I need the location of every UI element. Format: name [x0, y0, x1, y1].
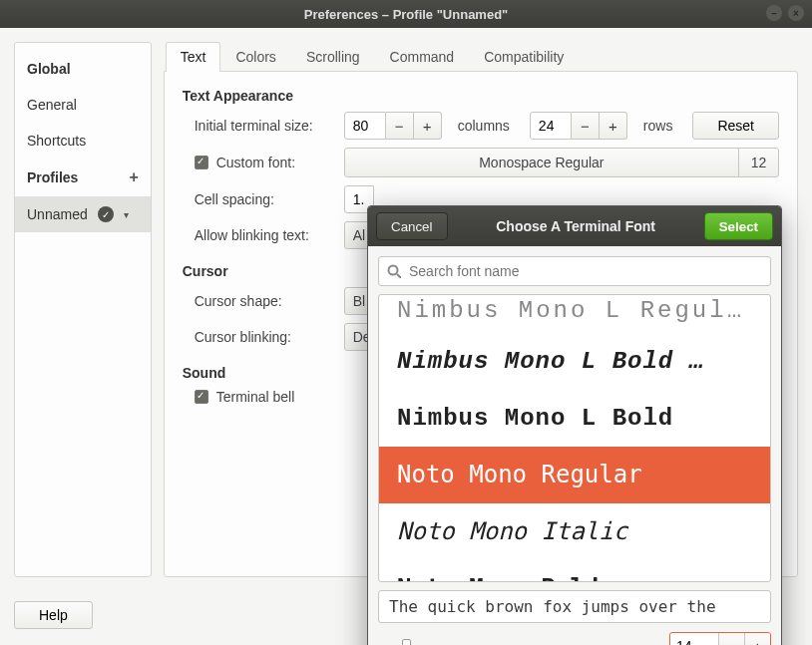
tab-colors[interactable]: Colors: [220, 42, 290, 72]
font-item-noto-regular[interactable]: Noto Mono Regular: [379, 447, 770, 503]
font-size-row: − +: [378, 631, 771, 645]
cell-spacing-label: Cell spacing:: [195, 191, 334, 207]
font-search-input[interactable]: [407, 262, 762, 280]
checkbox-icon: [195, 156, 208, 169]
dialog-select-button[interactable]: Select: [704, 212, 773, 240]
custom-font-checkbox[interactable]: Custom font:: [195, 155, 334, 170]
row-initial-size: Initial terminal size: − + columns − +: [195, 112, 779, 140]
columns-plus[interactable]: +: [414, 112, 442, 140]
allow-blink-label: Allow blinking text:: [195, 227, 334, 243]
rows-input[interactable]: [530, 112, 572, 140]
font-search[interactable]: [378, 256, 771, 286]
custom-font-label: Custom font:: [216, 155, 295, 170]
window-body: Global General Shortcuts Profiles + Unna…: [0, 28, 812, 645]
row-custom-font: Custom font: Monospace Regular 12: [195, 148, 779, 177]
cursor-blink-label: Cursor blinking:: [195, 329, 334, 345]
tabs: Text Colors Scrolling Command Compatibil…: [164, 42, 798, 72]
reset-size-button[interactable]: Reset: [692, 112, 779, 140]
sidebar-item-unnamed[interactable]: Unnamed ✓ ▾: [15, 196, 151, 232]
font-size-stepper: − +: [669, 632, 771, 645]
preferences-window: Preferences – Profile "Unnamed" – × Glob…: [0, 0, 812, 645]
sidebar-item-label: Unnamed: [27, 206, 88, 222]
help-button[interactable]: Help: [14, 601, 93, 629]
initial-size-label: Initial terminal size:: [195, 118, 334, 134]
window-controls: – ×: [766, 5, 804, 21]
tab-text[interactable]: Text: [166, 42, 221, 72]
font-item-noto-bold[interactable]: Noto Mono Bold: [379, 560, 770, 582]
font-item-nimbus-bold[interactable]: Nimbus Mono L Bold: [379, 391, 770, 448]
font-preview[interactable]: The quick brown fox jumps over the: [378, 590, 771, 623]
titlebar: Preferences – Profile "Unnamed" – ×: [0, 0, 812, 28]
cursor-shape-label: Cursor shape:: [195, 293, 334, 309]
tab-compatibility[interactable]: Compatibility: [469, 42, 579, 72]
columns-input[interactable]: [344, 112, 386, 140]
terminal-bell-label: Terminal bell: [216, 389, 295, 405]
default-profile-icon: ✓: [98, 206, 114, 222]
tab-command[interactable]: Command: [375, 42, 470, 72]
sidebar-heading-global-label: Global: [27, 61, 71, 77]
add-profile-button[interactable]: +: [129, 168, 138, 186]
window-title: Preferences – Profile "Unnamed": [304, 7, 509, 22]
sidebar-item-general[interactable]: General: [15, 87, 151, 123]
terminal-bell-checkbox[interactable]: Terminal bell: [195, 389, 295, 405]
font-item-nimbus-regular[interactable]: Nimbus Mono L Regul…: [379, 295, 770, 334]
rows-stepper: − +: [530, 112, 627, 140]
columns-unit: columns: [458, 118, 510, 134]
font-size-plus[interactable]: +: [744, 633, 770, 645]
dialog-cancel-button[interactable]: Cancel: [376, 212, 448, 240]
close-button[interactable]: ×: [788, 5, 804, 21]
font-item-noto-italic[interactable]: Noto Mono Italic: [379, 503, 770, 560]
columns-stepper: − +: [344, 112, 442, 140]
font-item-nimbus-bold-italic[interactable]: Nimbus Mono L Bold …: [379, 334, 770, 391]
columns-minus[interactable]: −: [386, 112, 414, 140]
slider-thumb[interactable]: [402, 639, 411, 645]
dialog-title: Choose A Terminal Font: [456, 218, 696, 234]
sidebar-heading-profiles-label: Profiles: [27, 169, 78, 185]
dialog-titlebar: Cancel Choose A Terminal Font Select: [368, 206, 781, 246]
profile-menu-icon[interactable]: ▾: [124, 209, 129, 220]
font-chooser-dialog: Cancel Choose A Terminal Font Select Nim…: [367, 205, 782, 645]
rows-unit: rows: [643, 118, 673, 134]
font-size-label: 12: [738, 149, 778, 176]
rows-plus[interactable]: +: [600, 112, 627, 140]
search-icon: [387, 264, 401, 278]
svg-point-0: [389, 266, 398, 275]
sidebar-heading-profiles: Profiles +: [15, 159, 151, 196]
font-size-input[interactable]: [670, 633, 718, 645]
svg-line-1: [397, 274, 401, 278]
section-text-appearance: Text Appearance: [183, 88, 779, 104]
rows-minus[interactable]: −: [572, 112, 600, 140]
dialog-body: Nimbus Mono L Regul… Nimbus Mono L Bold …: [368, 246, 781, 645]
checkbox-icon: [195, 390, 208, 404]
sidebar: Global General Shortcuts Profiles + Unna…: [14, 42, 152, 577]
font-list[interactable]: Nimbus Mono L Regul… Nimbus Mono L Bold …: [378, 294, 771, 582]
sidebar-heading-global: Global: [15, 51, 151, 87]
font-size-slider[interactable]: [378, 636, 659, 645]
font-chooser-button[interactable]: Monospace Regular 12: [344, 148, 779, 177]
font-size-minus[interactable]: −: [718, 633, 744, 645]
sidebar-item-shortcuts[interactable]: Shortcuts: [15, 123, 151, 159]
minimize-button[interactable]: –: [766, 5, 782, 21]
font-name-label: Monospace Regular: [345, 155, 738, 170]
tab-scrolling[interactable]: Scrolling: [291, 42, 375, 72]
